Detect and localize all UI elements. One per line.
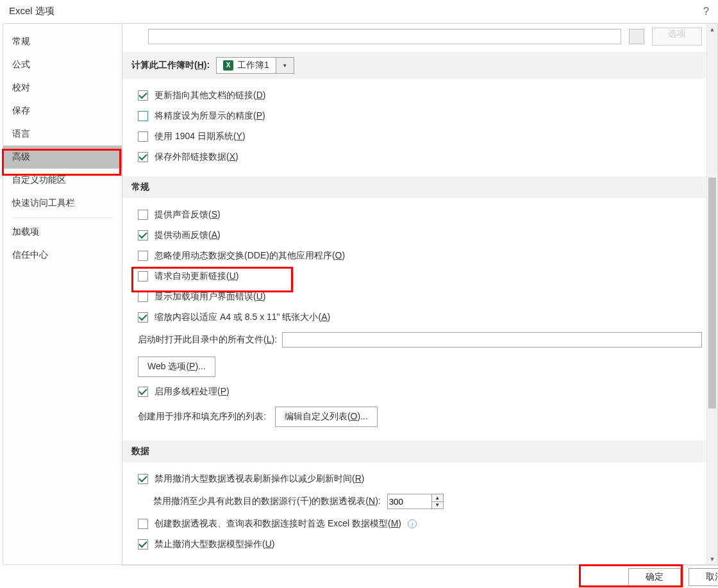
section-label: 计算此工作簿时(H): bbox=[131, 60, 210, 71]
checkbox-1904-date-system[interactable] bbox=[138, 131, 148, 142]
sidebar-item-label: 常规 bbox=[12, 36, 30, 46]
spinner-up-icon[interactable]: ▲ bbox=[432, 494, 443, 502]
excel-options-dialog: Excel 选项 ? 常规 公式 校对 保存 语言 高级 自定义功能区 快速访问… bbox=[0, 0, 718, 588]
startup-folder-input[interactable] bbox=[282, 332, 702, 348]
section-head-workbook-calc: 计算此工作簿时(H): X 工作簿1 ▾ bbox=[122, 52, 717, 79]
cutoff-row: 选项 bbox=[122, 24, 717, 52]
dialog-footer: 确定 取消 bbox=[122, 565, 718, 588]
option-label: 缩放内容以适应 A4 或 8.5 x 11" 纸张大小(A) bbox=[154, 312, 330, 323]
sidebar-item-label: 公式 bbox=[12, 59, 30, 69]
web-options-button[interactable]: Web 选项(P)... bbox=[138, 357, 215, 377]
scrollbar-thumb[interactable] bbox=[708, 178, 716, 408]
sidebar-separator bbox=[12, 217, 113, 218]
option-label: 禁止撤消大型数据模型操作(U) bbox=[154, 539, 274, 550]
checkbox-precision-as-displayed[interactable] bbox=[138, 111, 148, 121]
checkbox-ask-update-links[interactable] bbox=[138, 271, 148, 281]
checkbox-disable-undo-data-model[interactable] bbox=[138, 539, 148, 550]
titlebar: Excel 选项 ? bbox=[0, 0, 718, 21]
option-label: 保存外部链接数据(X) bbox=[154, 151, 238, 163]
checkbox-enable-multithreading[interactable] bbox=[138, 387, 148, 397]
cutoff-input[interactable] bbox=[148, 29, 621, 44]
sidebar-item-quick-access[interactable]: 快速访问工具栏 bbox=[3, 192, 122, 215]
sidebar-item-label: 快速访问工具栏 bbox=[12, 197, 75, 208]
undo-rows-label: 禁用撤消至少具有此数目的数据源行(千)的数据透视表(N): bbox=[153, 496, 381, 507]
sidebar-item-label: 自定义功能区 bbox=[12, 174, 66, 185]
option-label: 创建数据透视表、查询表和数据连接时首选 Excel 数据模型(M) bbox=[154, 518, 401, 530]
option-label: 忽略使用动态数据交换(DDE)的其他应用程序(O) bbox=[154, 250, 345, 262]
info-icon[interactable]: i bbox=[408, 519, 417, 528]
sidebar-item-trust-center[interactable]: 信任中心 bbox=[3, 244, 122, 267]
sidebar-item-label: 加载项 bbox=[12, 226, 39, 237]
sidebar-item-addins[interactable]: 加载项 bbox=[3, 221, 122, 244]
option-label: 请求自动更新链接(U) bbox=[154, 271, 238, 282]
checkbox-ignore-dde[interactable] bbox=[138, 251, 148, 261]
option-label: 更新指向其他文档的链接(D) bbox=[154, 90, 265, 101]
checkbox-scale-for-a4[interactable] bbox=[138, 312, 148, 323]
cancel-button[interactable]: 取消 bbox=[689, 568, 718, 586]
cutoff-options-button[interactable]: 选项 bbox=[652, 28, 702, 46]
vertical-scrollbar[interactable]: ▲ ▼ bbox=[706, 24, 717, 564]
general-options: 提供声音反馈(S) 提供动画反馈(A) 忽略使用动态数据交换(DDE)的其他应用… bbox=[122, 198, 717, 441]
data-options: 禁用撤消大型数据透视表刷新操作以减少刷新时间(R) 禁用撤消至少具有此数目的数据… bbox=[122, 462, 717, 564]
option-label: 使用 1904 日期系统(Y) bbox=[154, 131, 246, 142]
workbook-name: 工作簿1 bbox=[237, 60, 269, 71]
cutoff-browse-button[interactable] bbox=[629, 29, 644, 44]
sidebar-item-language[interactable]: 语言 bbox=[3, 122, 122, 146]
edit-custom-lists-button[interactable]: 编辑自定义列表(O)... bbox=[275, 407, 378, 427]
checkbox-animation-feedback[interactable] bbox=[138, 230, 148, 240]
sidebar-item-proofing[interactable]: 校对 bbox=[3, 76, 122, 99]
scrollbar-down-icon[interactable]: ▼ bbox=[707, 553, 717, 564]
option-label: 显示加载项用户界面错误(U) bbox=[154, 291, 265, 303]
option-label: 启用多线程处理(P) bbox=[154, 386, 230, 398]
spinner-down-icon[interactable]: ▼ bbox=[432, 502, 443, 509]
sidebar-item-formulas[interactable]: 公式 bbox=[3, 53, 122, 76]
sidebar-item-label: 信任中心 bbox=[12, 249, 48, 260]
section-label: 数据 bbox=[131, 446, 149, 456]
sidebar-item-customize-ribbon[interactable]: 自定义功能区 bbox=[3, 169, 122, 192]
sidebar-item-label: 保存 bbox=[12, 105, 30, 115]
sidebar-item-general[interactable]: 常规 bbox=[3, 30, 122, 53]
scrollbar-up-icon[interactable]: ▲ bbox=[707, 24, 717, 35]
checkbox-update-links[interactable] bbox=[138, 90, 148, 101]
checkbox-save-external-link-data[interactable] bbox=[138, 152, 148, 162]
sidebar-item-label: 语言 bbox=[12, 128, 30, 139]
workbook-selector[interactable]: X 工作簿1 ▾ bbox=[216, 57, 294, 74]
workbook-calc-options: 更新指向其他文档的链接(D) 将精度设为所显示的精度(P) 使用 1904 日期… bbox=[122, 79, 717, 176]
dialog-title: Excel 选项 bbox=[9, 5, 54, 17]
checkbox-disable-undo-pivot[interactable] bbox=[138, 474, 148, 484]
ok-button[interactable]: 确定 bbox=[628, 568, 681, 586]
checkbox-sound-feedback[interactable] bbox=[138, 210, 148, 220]
excel-file-icon: X bbox=[223, 60, 233, 71]
cutoff-label bbox=[138, 31, 140, 42]
undo-rows-spinner[interactable]: ▲ ▼ bbox=[387, 494, 444, 509]
option-label: 将精度设为所显示的精度(P) bbox=[154, 110, 265, 122]
checkbox-show-addin-errors[interactable] bbox=[138, 292, 148, 302]
help-icon[interactable]: ? bbox=[703, 6, 709, 17]
sidebar: 常规 公式 校对 保存 语言 高级 自定义功能区 快速访问工具栏 加载项 信任中… bbox=[3, 24, 122, 564]
sidebar-item-save[interactable]: 保存 bbox=[3, 99, 122, 122]
chevron-down-icon[interactable]: ▾ bbox=[276, 58, 294, 73]
sidebar-item-advanced[interactable]: 高级 bbox=[3, 146, 122, 169]
option-label: 提供声音反馈(S) bbox=[154, 209, 221, 221]
checkbox-prefer-data-model[interactable] bbox=[138, 519, 148, 529]
option-label: 提供动画反馈(A) bbox=[154, 230, 221, 241]
undo-rows-input[interactable] bbox=[387, 494, 432, 509]
sidebar-item-label: 高级 bbox=[12, 151, 30, 162]
main-panel: 选项 计算此工作簿时(H): X 工作簿1 ▾ bbox=[122, 24, 717, 564]
section-head-general: 常规 bbox=[122, 176, 717, 198]
section-head-data: 数据 bbox=[122, 441, 717, 462]
startup-folder-label: 启动时打开此目录中的所有文件(L): bbox=[138, 334, 277, 346]
sidebar-item-label: 校对 bbox=[12, 82, 30, 92]
sort-lists-label: 创建用于排序和填充序列的列表: bbox=[138, 411, 266, 423]
dialog-body: 常规 公式 校对 保存 语言 高级 自定义功能区 快速访问工具栏 加载项 信任中… bbox=[3, 23, 718, 565]
option-label: 禁用撤消大型数据透视表刷新操作以减少刷新时间(R) bbox=[154, 473, 364, 485]
section-label: 常规 bbox=[131, 181, 149, 192]
